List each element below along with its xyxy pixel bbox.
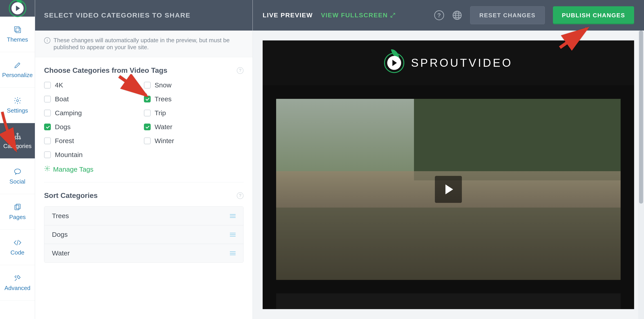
site-header: SPROUTVIDEO	[263, 40, 634, 85]
help-icon[interactable]: ?	[237, 192, 244, 199]
checkbox-icon	[44, 137, 51, 144]
play-button-icon[interactable]	[435, 176, 462, 203]
drag-handle-icon[interactable]	[230, 214, 236, 218]
sort-item[interactable]: Water	[44, 244, 243, 262]
category-label: Forest	[55, 137, 74, 145]
help-icon[interactable]: ?	[434, 10, 444, 20]
preview-canvas: SPROUTVIDEO	[253, 30, 644, 319]
sort-item-label: Dogs	[52, 231, 68, 238]
pencil-icon	[13, 61, 22, 69]
info-banner: i These changes will automatically updat…	[35, 30, 252, 57]
drag-handle-icon[interactable]	[230, 251, 236, 255]
sidebar-item-pages[interactable]: Pages	[0, 194, 35, 230]
pages-icon	[13, 203, 22, 211]
svg-rect-9	[16, 204, 20, 209]
category-label: Trip	[155, 109, 166, 117]
publish-changes-button[interactable]: PUBLISH CHANGES	[553, 6, 634, 24]
category-checkbox-winter[interactable]: Winter	[144, 137, 244, 145]
preview-area: LIVE PREVIEW VIEW FULLSCREEN ? RESET CHA…	[253, 0, 644, 319]
category-label: Dogs	[55, 123, 70, 131]
category-label: Water	[155, 123, 172, 131]
view-fullscreen-label: VIEW FULLSCREEN	[321, 12, 388, 19]
sidebar-item-label: Personalize	[2, 72, 33, 79]
sidebar-item-themes[interactable]: Themes	[0, 17, 35, 52]
gear-icon	[13, 96, 22, 105]
checkbox-icon	[44, 151, 51, 158]
category-checkbox-trees[interactable]: Trees	[144, 95, 244, 103]
checkbox-icon	[144, 137, 151, 144]
category-label: Trees	[155, 95, 172, 103]
brand-logo	[9, 0, 26, 17]
reset-changes-button[interactable]: RESET CHANGES	[470, 6, 545, 24]
globe-icon[interactable]	[452, 10, 462, 20]
manage-tags-label: Manage Tags	[53, 166, 94, 173]
category-checkbox-snow[interactable]: Snow	[144, 81, 244, 89]
category-label: Snow	[155, 81, 172, 89]
checkbox-icon	[144, 96, 151, 102]
checkbox-icon	[144, 110, 151, 116]
sidebar-item-label: Social	[10, 178, 26, 185]
choose-section: Choose Categories from Video Tags ? 4KSn…	[35, 57, 252, 182]
category-label: Boat	[55, 95, 69, 103]
category-label: 4K	[55, 81, 63, 89]
gear-icon	[44, 165, 50, 173]
category-grid: 4KSnowBoatTreesCampingTripDogsWaterFores…	[44, 81, 244, 159]
checkbox-icon	[44, 96, 51, 102]
category-label: Camping	[55, 109, 82, 117]
chat-icon	[13, 167, 22, 176]
checkbox-icon	[144, 82, 151, 88]
sort-item-label: Water	[52, 249, 70, 257]
sidebar-item-social[interactable]: Social	[0, 159, 35, 194]
sidebar-item-categories[interactable]: Categories	[0, 123, 35, 159]
sort-section: Sort Categories ? TreesDogsWater	[35, 182, 252, 272]
sitemap-icon	[13, 132, 22, 140]
video-player[interactable]	[276, 99, 620, 280]
view-fullscreen-link[interactable]: VIEW FULLSCREEN	[321, 12, 396, 19]
sidebar-item-code[interactable]: Code	[0, 230, 35, 265]
category-checkbox-boat[interactable]: Boat	[44, 95, 144, 103]
themes-icon	[13, 25, 22, 34]
sort-item[interactable]: Trees	[44, 207, 243, 225]
site-brand-name: SPROUTVIDEO	[411, 56, 513, 69]
category-checkbox-trip[interactable]: Trip	[144, 109, 244, 117]
panel-title: SELECT VIDEO CATEGORIES TO SHARE	[44, 11, 190, 19]
sidebar: Themes Personalize Settings Categories S…	[0, 0, 35, 319]
svg-point-4	[14, 138, 16, 139]
site-preview: SPROUTVIDEO	[263, 40, 634, 309]
sidebar-item-label: Themes	[7, 36, 28, 43]
preview-scrollbar[interactable]	[638, 30, 644, 319]
help-icon[interactable]: ?	[237, 67, 244, 74]
checkbox-icon	[44, 124, 51, 130]
sidebar-item-label: Pages	[9, 214, 26, 221]
code-icon	[13, 238, 22, 247]
scrollbar-thumb[interactable]	[639, 30, 643, 204]
drag-handle-icon[interactable]	[230, 233, 236, 237]
sidebar-item-label: Settings	[7, 107, 28, 114]
svg-point-6	[19, 138, 20, 139]
category-label: Mountain	[55, 151, 82, 159]
svg-rect-1	[16, 28, 20, 33]
brand-logo-box	[0, 0, 35, 17]
sidebar-item-advanced[interactable]: Advanced	[0, 265, 35, 301]
manage-tags-link[interactable]: Manage Tags	[44, 165, 244, 173]
below-video-strip	[276, 293, 620, 309]
sort-item[interactable]: Dogs	[44, 225, 243, 244]
category-label: Winter	[155, 137, 174, 145]
category-checkbox-forest[interactable]: Forest	[44, 137, 144, 145]
checkbox-icon	[44, 82, 51, 88]
sidebar-items: Themes Personalize Settings Categories S…	[0, 17, 35, 301]
sidebar-item-settings[interactable]: Settings	[0, 88, 35, 123]
sidebar-item-label: Advanced	[4, 285, 30, 292]
category-checkbox-mountain[interactable]: Mountain	[44, 151, 144, 159]
sort-item-label: Trees	[52, 212, 69, 220]
category-checkbox-dogs[interactable]: Dogs	[44, 123, 144, 131]
category-checkbox-water[interactable]: Water	[144, 123, 244, 131]
sort-title: Sort Categories	[44, 191, 98, 200]
svg-point-2	[16, 100, 18, 102]
category-checkbox-4k[interactable]: 4K	[44, 81, 144, 89]
category-checkbox-camping[interactable]: Camping	[44, 109, 144, 117]
preview-header: LIVE PREVIEW VIEW FULLSCREEN ? RESET CHA…	[253, 0, 644, 30]
checkbox-icon	[44, 110, 51, 116]
sidebar-item-personalize[interactable]: Personalize	[0, 52, 35, 88]
svg-point-10	[46, 168, 48, 169]
